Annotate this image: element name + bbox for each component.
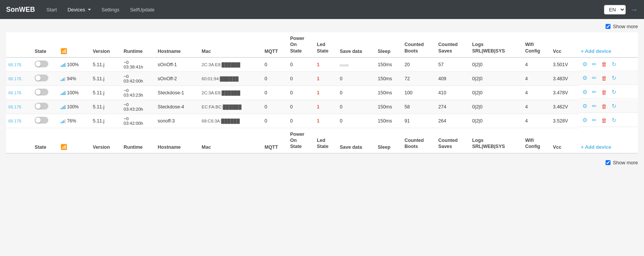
signal-wrapper: 100% <box>61 62 88 67</box>
settings-button[interactable]: ⚙ <box>581 60 589 68</box>
cell-runtime: ~0 03:43:20h <box>121 100 156 114</box>
svg-rect-12 <box>61 108 62 109</box>
refresh-button[interactable]: ↻ <box>610 74 618 82</box>
cell-hostname: sOnOff-1 <box>155 57 199 72</box>
toggle-switch[interactable] <box>35 117 48 124</box>
ip-link[interactable]: 68.178. <box>8 105 22 109</box>
cell-counted-saves: 409 <box>436 72 470 86</box>
cell-counted-boots: 100 <box>402 86 436 100</box>
add-device-link-top[interactable]: + Add device <box>581 48 611 54</box>
signal-percent: 76% <box>67 118 76 124</box>
edit-button[interactable]: ✏ <box>590 102 598 110</box>
language-selector[interactable]: EN DE FR <box>604 5 626 14</box>
svg-rect-1 <box>62 65 63 67</box>
ip-link[interactable]: 68.178. <box>8 119 22 123</box>
tf-counted-boots: CountedBoots <box>402 128 436 153</box>
hostname-link[interactable]: sonoff-3 <box>158 118 175 124</box>
hostname-link[interactable]: Steckdose-4 <box>158 104 184 110</box>
refresh-button[interactable]: ↻ <box>610 102 618 110</box>
th-signal: 📶 <box>58 32 91 57</box>
ip-link[interactable]: 68.178. <box>8 62 22 67</box>
th-power-on-state: PowerOnState <box>288 32 314 57</box>
nav-settings[interactable]: Settings <box>99 5 122 14</box>
cell-wifi-config: 4 <box>523 72 551 86</box>
toggle-switch[interactable] <box>35 60 48 67</box>
cell-sleep: 150ms <box>376 114 402 128</box>
svg-rect-14 <box>63 106 64 109</box>
edit-button[interactable]: ✏ <box>590 74 598 82</box>
signal-wrapper: 76% <box>61 118 88 124</box>
refresh-button[interactable]: ↻ <box>610 60 618 68</box>
th-wifi-config: WifiConfig <box>523 32 551 57</box>
cell-counted-saves: 57 <box>436 57 470 72</box>
cell-led-state: 1 <box>314 72 337 86</box>
edit-button[interactable]: ✏ <box>590 116 598 124</box>
tf-counted-saves: CountedSaves <box>436 128 470 153</box>
tf-runtime: Runtime <box>121 128 156 153</box>
cell-hostname: sonoff-3 <box>155 114 199 128</box>
cell-signal: 100% <box>58 86 91 100</box>
cell-mqtt: 0 <box>262 72 288 86</box>
settings-button[interactable]: ⚙ <box>581 116 589 124</box>
edit-button[interactable]: ✏ <box>590 60 598 68</box>
cell-mac: EC:FA:BC:██████ <box>199 100 262 114</box>
svg-rect-10 <box>63 92 64 95</box>
show-more-top-checkbox[interactable] <box>606 24 611 29</box>
hostname-link[interactable]: sOnOff-2 <box>158 76 177 81</box>
cell-mac: 2C:3A:E8:██████ <box>199 86 262 100</box>
nav-start[interactable]: Start <box>44 5 59 14</box>
th-led-state: LedState <box>314 32 337 57</box>
ip-link[interactable]: 68.178. <box>8 76 22 81</box>
tf-mqtt: MQTT <box>262 128 288 153</box>
svg-rect-16 <box>61 122 62 123</box>
logout-icon[interactable]: → <box>630 5 638 14</box>
cell-version: 5.11.j <box>91 114 121 128</box>
cell-mac: 68:C6:3A:██████ <box>199 114 262 128</box>
toggle-switch[interactable] <box>35 75 48 81</box>
main-content: Show more State 📶 Version Runtime Hostna… <box>0 19 644 256</box>
cell-version: 5.11.j <box>91 72 121 86</box>
settings-button[interactable]: ⚙ <box>581 74 589 82</box>
device-table: State 📶 Version Runtime Hostname Mac MQT… <box>6 32 638 154</box>
cell-led-state: 1 <box>314 57 337 72</box>
hostname-link[interactable]: Steckdose-1 <box>158 90 184 95</box>
svg-rect-5 <box>62 79 63 81</box>
svg-rect-0 <box>61 66 62 67</box>
cell-counted-saves: 410 <box>436 86 470 100</box>
show-more-top-label[interactable]: Show more <box>613 24 638 29</box>
settings-button[interactable]: ⚙ <box>581 88 589 96</box>
tf-logs: LogsSRL|WEB|SYS <box>470 128 523 153</box>
cell-mqtt: 0 <box>262 100 288 114</box>
signal-percent: 100% <box>67 62 79 67</box>
nav-devices[interactable]: Devices <box>65 5 93 14</box>
toggle-switch[interactable] <box>35 89 48 95</box>
tf-signal: 📶 <box>58 128 91 153</box>
delete-button[interactable]: 🗑 <box>600 116 609 124</box>
refresh-button[interactable]: ↻ <box>610 88 618 96</box>
th-ip <box>6 32 32 57</box>
nav-selfupdate[interactable]: SelfUpdate <box>128 5 157 14</box>
cell-actions: ⚙✏🗑↻ <box>579 86 638 99</box>
hostname-link[interactable]: sOnOff-1 <box>158 62 177 67</box>
delete-button[interactable]: 🗑 <box>600 88 609 96</box>
svg-rect-9 <box>62 93 63 95</box>
cell-logs: 0|2|0 <box>470 100 523 114</box>
toggle-switch[interactable] <box>35 103 48 110</box>
settings-button[interactable]: ⚙ <box>581 102 589 110</box>
ip-link[interactable]: 68.178. <box>8 91 22 95</box>
svg-rect-3 <box>65 63 66 67</box>
cell-signal: 100% <box>58 100 91 114</box>
show-more-bottom-checkbox[interactable] <box>606 160 611 165</box>
th-sleep: Sleep <box>376 32 402 57</box>
cell-vcc: 3.483V <box>551 72 579 86</box>
delete-button[interactable]: 🗑 <box>600 102 609 110</box>
refresh-button[interactable]: ↻ <box>610 116 618 124</box>
show-more-bottom-label[interactable]: Show more <box>613 160 638 165</box>
table-row: 68.178.94%5.11.j~0 03:42:00hsOnOff-260:0… <box>6 72 638 86</box>
delete-button[interactable]: 🗑 <box>600 60 609 68</box>
add-device-link-bottom[interactable]: + Add device <box>581 144 611 150</box>
cell-vcc: 3.528V <box>551 114 579 128</box>
delete-button[interactable]: 🗑 <box>600 74 609 82</box>
edit-button[interactable]: ✏ <box>590 88 598 96</box>
table-body: 68.178.100%5.11.j~0 03:38:41hsOnOff-12C:… <box>6 57 638 128</box>
